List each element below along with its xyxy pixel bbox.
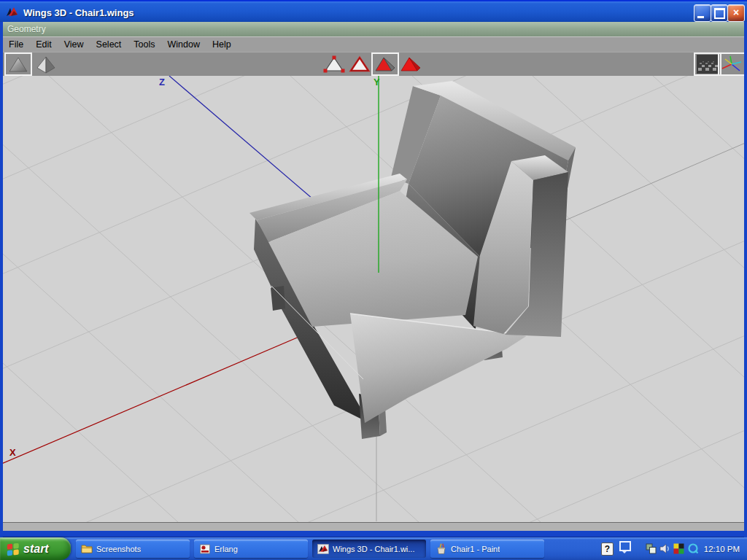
volume-icon[interactable] (659, 542, 671, 555)
window-border-bottom (0, 531, 747, 537)
taskbar-button-paint[interactable]: Chair1 - Paint (430, 540, 544, 558)
flat-pyramid-icon[interactable] (34, 54, 58, 74)
minimize-button[interactable] (694, 4, 711, 22)
shaded-pyramid-icon[interactable] (6, 54, 31, 74)
minimize-icon (697, 16, 704, 18)
taskbar-button-label: Screenshots (96, 545, 141, 553)
x-axis-label: X (9, 447, 16, 458)
maximize-button[interactable] (711, 4, 728, 22)
toolbar (0, 52, 747, 77)
menu-select[interactable]: Select (96, 39, 122, 50)
ground-plane-icon[interactable] (695, 54, 720, 74)
menu-tools[interactable]: Tools (133, 39, 155, 50)
taskbar-button-label: Chair1 - Paint (451, 545, 500, 553)
taskbar-button-screenshots[interactable]: Screenshots (76, 540, 190, 558)
viewport-3d[interactable]: Z Y X (0, 76, 747, 522)
taskbar-button-label: Wings 3D - Chair1.wi... (333, 545, 414, 553)
face-mode-icon[interactable] (373, 54, 398, 74)
menu-view[interactable]: View (64, 39, 84, 50)
window-border-left (0, 22, 3, 537)
start-button[interactable]: start (0, 537, 71, 560)
help-icon[interactable]: ? (601, 542, 614, 556)
y-axis-label: Y (374, 77, 380, 88)
erlang-icon (199, 543, 211, 555)
vertex-mode-icon[interactable] (322, 54, 347, 74)
taskbar-button-wings3d[interactable]: Wings 3D - Chair1.wi... (312, 540, 426, 558)
taskbar-clock[interactable]: 12:10 PM (704, 537, 740, 560)
geometry-window-title: Geometry (7, 24, 46, 34)
menu-file[interactable]: File (9, 39, 23, 50)
window-switcher-icon[interactable] (619, 541, 631, 551)
menu-window[interactable]: Window (168, 39, 200, 50)
taskbar-button-label: Erlang (214, 545, 238, 553)
paint-icon (436, 543, 447, 555)
menu-bar: File Edit View Select Tools Window Help (0, 36, 747, 52)
menu-edit[interactable]: Edit (36, 39, 52, 50)
window-title: Wings 3D - Chair1.wings (23, 7, 134, 18)
taskbar-button-erlang[interactable]: Erlang (194, 540, 308, 558)
chair-leg-back-left[interactable] (271, 286, 285, 311)
menu-help[interactable]: Help (212, 39, 231, 50)
close-icon: × (728, 6, 744, 20)
start-label: start (23, 542, 49, 556)
geometry-window-header[interactable]: Geometry (0, 22, 747, 37)
maximize-icon (714, 8, 725, 19)
window-bottom-edge (0, 522, 747, 531)
taskbar: start Screenshots Erlang W (0, 537, 747, 560)
windows-logo-icon (6, 542, 20, 556)
edge-mode-icon[interactable] (347, 54, 372, 74)
display-layers-icon[interactable] (645, 542, 657, 555)
close-button[interactable]: × (727, 4, 745, 22)
color-grid-icon[interactable] (673, 542, 685, 555)
folder-icon (81, 543, 93, 555)
window-border-right (744, 22, 747, 537)
wings3d-logo-icon (6, 7, 19, 18)
body-mode-icon[interactable] (398, 54, 423, 74)
wings3d-icon (317, 543, 329, 555)
desktop: Wings 3D - Chair1.wings × Geometry File … (0, 0, 747, 560)
axes-icon[interactable] (719, 54, 744, 74)
z-axis-label: Z (159, 77, 165, 88)
title-bar[interactable]: Wings 3D - Chair1.wings × (0, 0, 747, 23)
quicktime-icon[interactable] (687, 542, 700, 555)
